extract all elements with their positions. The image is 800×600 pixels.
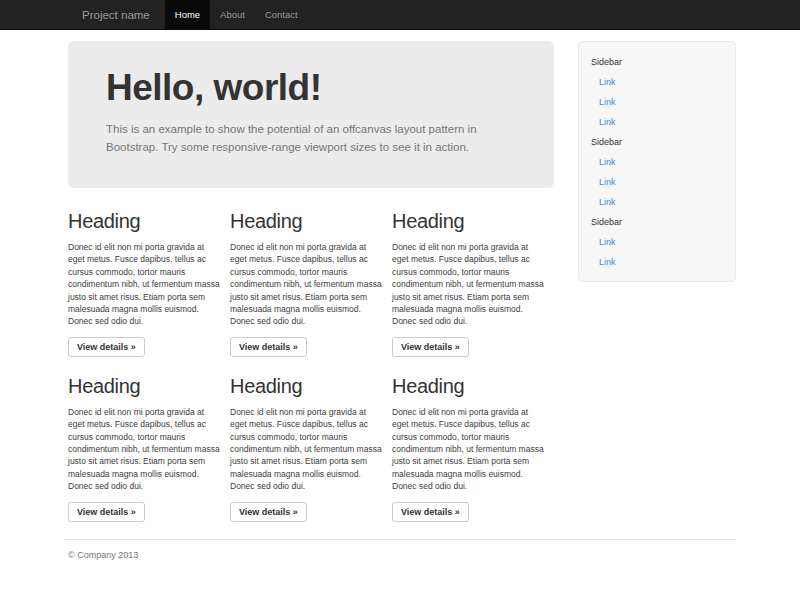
sidebar-column: Sidebar Link Link Link Sidebar Link Link…	[568, 41, 736, 522]
jumbotron: Hello, world! This is an example to show…	[68, 41, 554, 188]
card: Heading Donec id elit non mi porta gravi…	[392, 210, 554, 357]
card: Heading Donec id elit non mi porta gravi…	[230, 375, 392, 522]
sidebar-link[interactable]: Link	[591, 192, 723, 212]
card: Heading Donec id elit non mi porta gravi…	[68, 375, 230, 522]
content-row: Hello, world! This is an example to show…	[64, 41, 736, 522]
sidebar: Sidebar Link Link Link Sidebar Link Link…	[578, 41, 736, 282]
card: Heading Donec id elit non mi porta gravi…	[68, 210, 230, 357]
sidebar-link[interactable]: Link	[591, 232, 723, 252]
view-details-button[interactable]: View details »	[230, 337, 307, 357]
card-body-text: Donec id elit non mi porta gravida at eg…	[230, 406, 382, 493]
navbar: Project name Home About Contact	[0, 0, 800, 30]
sidebar-link[interactable]: Link	[591, 72, 723, 92]
sidebar-link[interactable]: Link	[591, 172, 723, 192]
card-heading: Heading	[230, 210, 382, 233]
cards-row-2: Heading Donec id elit non mi porta gravi…	[68, 375, 554, 522]
card-heading: Heading	[68, 375, 220, 398]
page-subtitle: This is an example to show the potential…	[106, 120, 501, 156]
cards-row-1: Heading Donec id elit non mi porta gravi…	[68, 210, 554, 357]
card-body-text: Donec id elit non mi porta gravida at eg…	[68, 406, 220, 493]
card-heading: Heading	[68, 210, 220, 233]
sidebar-link[interactable]: Link	[591, 92, 723, 112]
view-details-button[interactable]: View details »	[392, 337, 469, 357]
nav-item-home[interactable]: Home	[165, 0, 210, 29]
sidebar-heading: Sidebar	[591, 132, 723, 152]
card: Heading Donec id elit non mi porta gravi…	[230, 210, 392, 357]
card: Heading Donec id elit non mi porta gravi…	[392, 375, 554, 522]
nav-item-about[interactable]: About	[210, 0, 255, 29]
sidebar-heading: Sidebar	[591, 52, 723, 72]
view-details-button[interactable]: View details »	[68, 502, 145, 522]
card-body-text: Donec id elit non mi porta gravida at eg…	[392, 241, 544, 328]
copyright-text: © Company 2013	[68, 550, 732, 560]
sidebar-link[interactable]: Link	[591, 112, 723, 132]
card-body-text: Donec id elit non mi porta gravida at eg…	[392, 406, 544, 493]
navbar-brand[interactable]: Project name	[67, 0, 165, 29]
view-details-button[interactable]: View details »	[392, 502, 469, 522]
sidebar-link[interactable]: Link	[591, 252, 723, 272]
nav-item-contact[interactable]: Contact	[255, 0, 308, 29]
main-column: Hello, world! This is an example to show…	[64, 41, 568, 522]
card-heading: Heading	[392, 210, 544, 233]
footer: © Company 2013	[64, 539, 736, 560]
page-container: Hello, world! This is an example to show…	[64, 41, 736, 560]
card-body-text: Donec id elit non mi porta gravida at eg…	[230, 241, 382, 328]
card-heading: Heading	[230, 375, 382, 398]
view-details-button[interactable]: View details »	[230, 502, 307, 522]
card-body-text: Donec id elit non mi porta gravida at eg…	[68, 241, 220, 328]
navbar-nav: Home About Contact	[165, 0, 308, 29]
sidebar-heading: Sidebar	[591, 212, 723, 232]
view-details-button[interactable]: View details »	[68, 337, 145, 357]
page-title: Hello, world!	[106, 67, 516, 109]
card-heading: Heading	[392, 375, 544, 398]
sidebar-link[interactable]: Link	[591, 152, 723, 172]
